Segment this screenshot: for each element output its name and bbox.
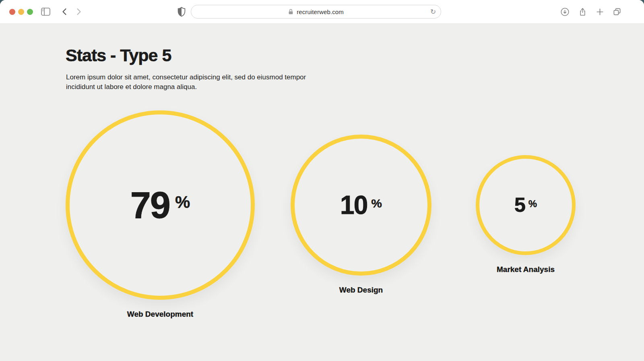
sidebar-toggle-button[interactable] (40, 6, 51, 17)
zoom-window-button[interactable] (27, 9, 33, 15)
traffic-lights (9, 9, 33, 15)
back-button[interactable] (60, 6, 70, 17)
page-content: Stats - Type 5 Lorem ipsum dolor sit ame… (0, 24, 644, 361)
forward-icon (74, 7, 83, 17)
tab-overview-icon (612, 7, 622, 17)
stat-label: Market Analysis (497, 265, 555, 274)
forward-button[interactable] (73, 6, 84, 17)
lock-icon (288, 8, 293, 15)
page-description: Lorem ipsum dolor sit amet, consectetur … (66, 73, 308, 92)
close-window-button[interactable] (9, 9, 15, 15)
stat-value: 10 % (340, 192, 382, 218)
stat-number: 79 (130, 187, 170, 224)
privacy-report-button[interactable] (176, 6, 187, 17)
stat-item-market-analysis: 5 % Market Analysis (476, 155, 576, 255)
download-icon (560, 7, 570, 17)
stat-circle: 5 % (476, 155, 576, 255)
downloads-button[interactable] (559, 6, 570, 17)
share-icon (578, 7, 587, 17)
stat-item-web-design: 10 % Web Design (291, 135, 431, 276)
tab-overview-button[interactable] (612, 6, 622, 17)
stat-circle: 10 % (291, 135, 431, 276)
shield-icon (178, 7, 186, 17)
back-icon (60, 7, 70, 17)
url-text: recruiterweb.com (297, 8, 344, 15)
stat-item-web-development: 79 % Web Development (66, 110, 255, 300)
share-button[interactable] (577, 6, 588, 17)
stat-unit: % (528, 199, 537, 209)
stat-label: Web Development (127, 310, 193, 319)
stat-circle: 79 % (66, 110, 255, 300)
new-tab-button[interactable] (594, 6, 605, 17)
stat-unit: % (175, 194, 190, 211)
stat-number: 5 (514, 195, 525, 215)
browser-window: recruiterweb.com ↻ (0, 0, 644, 361)
address-bar[interactable]: recruiterweb.com ↻ (191, 5, 441, 19)
stat-unit: % (371, 197, 382, 210)
stat-value: 79 % (130, 187, 190, 224)
sidebar-icon (41, 8, 50, 16)
page-title: Stats - Type 5 (66, 45, 589, 66)
stat-value: 5 % (514, 195, 537, 215)
browser-toolbar: recruiterweb.com ↻ (0, 0, 644, 24)
stats-row: 79 % Web Development 10 % Web Design (66, 110, 589, 300)
minimize-window-button[interactable] (18, 9, 24, 15)
stat-number: 10 (340, 192, 367, 218)
new-tab-icon (595, 7, 605, 17)
reload-button[interactable]: ↻ (429, 7, 438, 16)
stat-label: Web Design (339, 286, 383, 295)
reload-icon: ↻ (430, 8, 436, 16)
